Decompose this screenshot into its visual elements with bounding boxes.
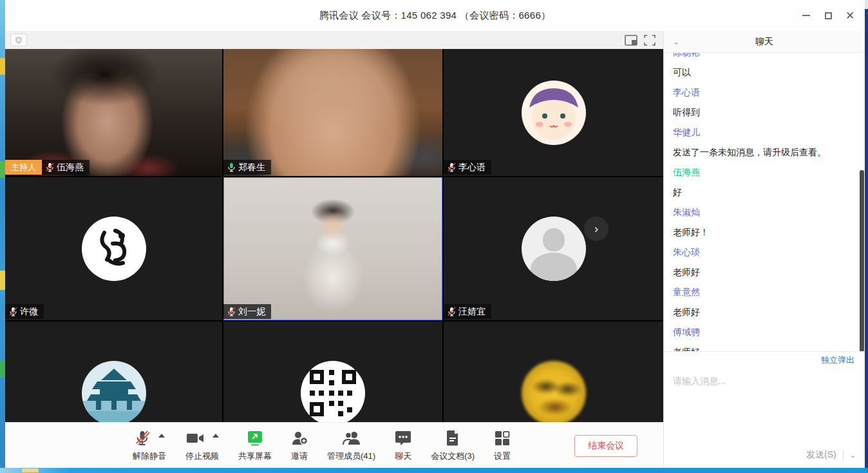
video-tile[interactable] — [444, 322, 663, 422]
toolbar-label: 邀请 — [291, 450, 308, 462]
cartoon-avatar — [522, 81, 586, 145]
maximize-button[interactable] — [817, 5, 839, 26]
video-tile[interactable]: 主持人 伍海燕 — [5, 49, 222, 176]
desktop-edge-left — [0, 0, 5, 473]
meeting-window: 腾讯会议 会议号：145 062 394 （会议密码：6666） ✕ — [5, 0, 865, 468]
title-bar[interactable]: 腾讯会议 会议号：145 062 394 （会议密码：6666） ✕ — [5, 0, 865, 31]
chat-sender: 华健儿 — [673, 127, 856, 139]
chat-message-list[interactable]: 陈杨彬 可以 李心语 听得到 华健儿 发送了一条未知消息，请升级后查看。 伍海燕… — [664, 53, 865, 351]
video-tile[interactable]: 许微 — [5, 177, 222, 320]
chat-panel: ⌄ 聊天 陈杨彬 可以 李心语 听得到 华健儿 发送了一条未知消息，请升级后查看… — [663, 31, 865, 468]
camera-icon — [186, 432, 204, 444]
popout-row: 独立弹出 — [664, 351, 865, 368]
default-person-avatar — [522, 217, 586, 281]
close-button[interactable]: ✕ — [839, 5, 861, 26]
chat-sender: 童意然 — [673, 287, 856, 298]
toolbar-label: 共享屏幕 — [238, 450, 272, 462]
chat-bubble-icon — [395, 430, 411, 446]
settings-button[interactable]: 设置 — [494, 429, 511, 462]
mic-muted-icon — [135, 430, 150, 447]
mic-muted-icon — [227, 307, 236, 316]
video-grid: 主持人 伍海燕 — [5, 49, 663, 422]
chat-button[interactable]: 聊天 — [395, 429, 411, 462]
pagoda-photo-avatar — [82, 361, 146, 422]
invite-button[interactable]: 邀请 — [291, 429, 308, 462]
toolbar-label: 聊天 — [395, 450, 411, 462]
meeting-security-button[interactable] — [10, 34, 27, 46]
chat-message: 可以 — [673, 67, 856, 79]
chat-message: 好 — [673, 187, 856, 198]
mic-muted-icon — [448, 162, 456, 172]
video-tile[interactable] — [5, 322, 222, 422]
video-area: 主持人 伍海燕 — [5, 31, 663, 468]
maximize-icon — [825, 12, 832, 19]
chat-sender: 朱心琰 — [673, 247, 856, 258]
popout-link[interactable]: 独立弹出 — [821, 354, 854, 366]
send-divider — [843, 450, 844, 460]
chat-sender: 李心语 — [673, 87, 856, 99]
participant-name: 许微 — [20, 306, 38, 318]
chat-title: 聊天 — [664, 36, 865, 48]
chat-message: 老师好 — [673, 307, 856, 318]
chat-message: 老师好！ — [673, 227, 856, 238]
mic-muted-icon — [46, 162, 54, 172]
host-badge: 主持人 — [5, 160, 42, 175]
participant-name: 汪婧宜 — [458, 306, 486, 318]
window-title: 腾讯会议 会议号：145 062 394 （会议密码：6666） — [5, 0, 865, 31]
layout-view-button[interactable] — [625, 35, 637, 46]
toolbar-label: 解除静音 — [133, 450, 166, 462]
stop-video-button[interactable]: 停止视频 — [185, 429, 219, 462]
send-options-chevron-icon[interactable]: ⌄ — [850, 451, 856, 459]
calligraphy-avatar — [82, 217, 146, 281]
mic-active-icon — [227, 162, 236, 172]
toolbar-label: 停止视频 — [185, 450, 219, 462]
video-tile-selected[interactable]: 刘一妮 — [223, 177, 442, 320]
end-meeting-button[interactable]: 结束会议 — [574, 435, 637, 457]
unmute-button[interactable]: 解除静音 — [133, 429, 166, 462]
chat-sender-self: 伍海燕 — [673, 167, 856, 179]
video-topbar — [5, 31, 663, 49]
meeting-docs-button[interactable]: 会议文档(3) — [431, 429, 475, 462]
members-icon — [343, 430, 361, 446]
mic-muted-icon — [9, 307, 17, 316]
chat-message: 听得到 — [673, 107, 856, 119]
invite-person-icon — [291, 430, 308, 446]
video-tile[interactable] — [223, 322, 442, 422]
mic-options-arrow[interactable] — [158, 434, 165, 438]
emoji-avatar — [522, 361, 586, 422]
manage-members-button[interactable]: 管理成员(41) — [327, 429, 375, 462]
share-screen-button[interactable]: 共享屏幕 — [238, 429, 272, 462]
chat-header: ⌄ 聊天 — [664, 31, 865, 53]
next-page-button[interactable]: › — [584, 217, 609, 241]
camera-options-arrow[interactable] — [212, 434, 219, 438]
participant-name: 刘一妮 — [238, 306, 265, 318]
meeting-toolbar: 解除静音 停止视频 — [5, 422, 663, 468]
toolbar-label: 设置 — [494, 450, 511, 462]
taskbar-folder-icon — [22, 468, 39, 472]
participant-name: 郑春生 — [238, 162, 265, 173]
document-icon — [446, 430, 460, 446]
chat-scrollbar[interactable] — [860, 170, 864, 352]
participant-name: 伍海燕 — [57, 162, 84, 173]
chat-sender: 朱淑灿 — [673, 207, 856, 218]
chevron-right-icon: › — [594, 222, 598, 236]
settings-grid-icon — [495, 430, 510, 446]
toolbar-label: 会议文档(3) — [431, 450, 475, 462]
video-tile[interactable]: 汪婧宜 — [444, 177, 663, 320]
toolbar-label: 管理成员(41) — [327, 450, 375, 462]
share-screen-icon — [247, 430, 263, 446]
mic-muted-icon — [448, 307, 456, 316]
qrcode-avatar — [301, 361, 365, 422]
desktop-edge-bottom — [0, 468, 868, 473]
video-tile[interactable]: 李心语 — [444, 49, 663, 176]
chat-message: 老师好 — [673, 267, 856, 278]
send-button[interactable]: 发送(S) — [806, 449, 836, 461]
participant-name: 李心语 — [458, 162, 486, 173]
chat-input[interactable] — [664, 368, 865, 449]
fullscreen-button[interactable] — [644, 35, 656, 46]
chat-message: 发送了一条未知消息，请升级后查看。 — [673, 147, 856, 159]
video-tile[interactable]: 郑春生 — [223, 49, 442, 176]
chat-sender: 陈杨彬 — [673, 53, 856, 59]
shield-icon — [15, 36, 23, 44]
minimize-button[interactable] — [795, 5, 817, 26]
